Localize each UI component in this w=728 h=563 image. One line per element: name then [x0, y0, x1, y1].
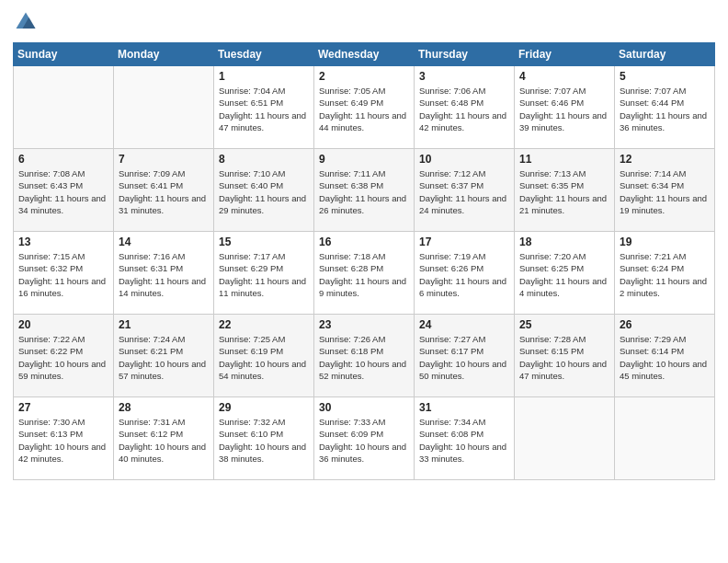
day-info: Sunrise: 7:22 AM Sunset: 6:22 PM Dayligh… [18, 333, 108, 382]
day-info: Sunrise: 7:33 AM Sunset: 6:09 PM Dayligh… [319, 416, 409, 465]
calendar-cell: 24Sunrise: 7:27 AM Sunset: 6:17 PM Dayli… [415, 315, 515, 397]
calendar-week-3: 13Sunrise: 7:15 AM Sunset: 6:32 PM Dayli… [14, 232, 715, 315]
day-info: Sunrise: 7:07 AM Sunset: 6:46 PM Dayligh… [519, 85, 609, 133]
day-info: Sunrise: 7:04 AM Sunset: 6:51 PM Dayligh… [219, 85, 309, 133]
day-info: Sunrise: 7:15 AM Sunset: 6:32 PM Dayligh… [18, 250, 108, 299]
day-info: Sunrise: 7:09 AM Sunset: 6:41 PM Dayligh… [119, 167, 209, 216]
day-number: 8 [219, 153, 309, 166]
calendar-cell: 17Sunrise: 7:19 AM Sunset: 6:26 PM Dayli… [415, 232, 515, 315]
day-info: Sunrise: 7:29 AM Sunset: 6:14 PM Dayligh… [620, 333, 710, 382]
calendar-cell [615, 397, 715, 480]
calendar-cell [114, 66, 214, 149]
page: SundayMondayTuesdayWednesdayThursdayFrid… [0, 0, 728, 563]
day-number: 9 [319, 153, 409, 166]
calendar-cell: 29Sunrise: 7:32 AM Sunset: 6:10 PM Dayli… [214, 397, 314, 480]
day-number: 1 [219, 70, 309, 83]
day-number: 14 [119, 236, 209, 248]
day-info: Sunrise: 7:05 AM Sunset: 6:49 PM Dayligh… [319, 85, 409, 133]
calendar-cell: 27Sunrise: 7:30 AM Sunset: 6:13 PM Dayli… [14, 397, 114, 480]
day-number: 24 [419, 318, 509, 331]
calendar-header-row: SundayMondayTuesdayWednesdayThursdayFrid… [14, 43, 715, 66]
calendar-cell: 12Sunrise: 7:14 AM Sunset: 6:34 PM Dayli… [615, 149, 715, 232]
day-info: Sunrise: 7:31 AM Sunset: 6:12 PM Dayligh… [119, 416, 209, 465]
day-info: Sunrise: 7:11 AM Sunset: 6:38 PM Dayligh… [319, 167, 409, 216]
logo [13, 9, 42, 35]
day-info: Sunrise: 7:08 AM Sunset: 6:43 PM Dayligh… [18, 167, 108, 216]
calendar-cell: 23Sunrise: 7:26 AM Sunset: 6:18 PM Dayli… [314, 315, 415, 397]
day-number: 18 [519, 236, 609, 248]
calendar-cell [14, 66, 114, 149]
calendar-cell: 10Sunrise: 7:12 AM Sunset: 6:37 PM Dayli… [415, 149, 515, 232]
calendar-cell: 31Sunrise: 7:34 AM Sunset: 6:08 PM Dayli… [415, 397, 515, 480]
day-number: 11 [519, 153, 609, 166]
calendar-cell: 21Sunrise: 7:24 AM Sunset: 6:21 PM Dayli… [114, 315, 214, 397]
day-number: 26 [620, 318, 710, 331]
calendar-cell: 20Sunrise: 7:22 AM Sunset: 6:22 PM Dayli… [14, 315, 114, 397]
day-number: 5 [620, 70, 710, 83]
day-number: 31 [419, 401, 509, 414]
day-info: Sunrise: 7:21 AM Sunset: 6:24 PM Dayligh… [620, 250, 710, 299]
calendar-cell: 15Sunrise: 7:17 AM Sunset: 6:29 PM Dayli… [214, 232, 314, 315]
calendar-cell: 18Sunrise: 7:20 AM Sunset: 6:25 PM Dayli… [515, 232, 615, 315]
day-number: 19 [620, 236, 710, 248]
calendar-week-2: 6Sunrise: 7:08 AM Sunset: 6:43 PM Daylig… [14, 149, 715, 232]
calendar-cell: 19Sunrise: 7:21 AM Sunset: 6:24 PM Dayli… [615, 232, 715, 315]
day-info: Sunrise: 7:16 AM Sunset: 6:31 PM Dayligh… [119, 250, 209, 299]
day-info: Sunrise: 7:25 AM Sunset: 6:19 PM Dayligh… [219, 333, 309, 382]
day-number: 3 [419, 70, 509, 83]
day-number: 16 [319, 236, 409, 248]
day-number: 30 [319, 401, 409, 414]
calendar-week-5: 27Sunrise: 7:30 AM Sunset: 6:13 PM Dayli… [14, 397, 715, 480]
day-info: Sunrise: 7:07 AM Sunset: 6:44 PM Dayligh… [620, 85, 710, 133]
day-info: Sunrise: 7:17 AM Sunset: 6:29 PM Dayligh… [219, 250, 309, 299]
calendar-cell [515, 397, 615, 480]
day-number: 28 [119, 401, 209, 414]
day-number: 2 [319, 70, 409, 83]
day-number: 13 [18, 236, 108, 248]
calendar-cell: 28Sunrise: 7:31 AM Sunset: 6:12 PM Dayli… [114, 397, 214, 480]
calendar-cell: 30Sunrise: 7:33 AM Sunset: 6:09 PM Dayli… [314, 397, 415, 480]
calendar-cell: 22Sunrise: 7:25 AM Sunset: 6:19 PM Dayli… [214, 315, 314, 397]
calendar-cell: 9Sunrise: 7:11 AM Sunset: 6:38 PM Daylig… [314, 149, 415, 232]
day-number: 4 [519, 70, 609, 83]
calendar-week-4: 20Sunrise: 7:22 AM Sunset: 6:22 PM Dayli… [14, 315, 715, 397]
col-header-monday: Monday [114, 43, 214, 66]
day-info: Sunrise: 7:19 AM Sunset: 6:26 PM Dayligh… [419, 250, 509, 299]
col-header-saturday: Saturday [615, 43, 715, 66]
day-info: Sunrise: 7:26 AM Sunset: 6:18 PM Dayligh… [319, 333, 409, 382]
day-number: 12 [620, 153, 710, 166]
day-number: 27 [18, 401, 108, 414]
calendar-cell: 7Sunrise: 7:09 AM Sunset: 6:41 PM Daylig… [114, 149, 214, 232]
col-header-wednesday: Wednesday [314, 43, 415, 66]
day-info: Sunrise: 7:34 AM Sunset: 6:08 PM Dayligh… [419, 416, 509, 465]
calendar-week-1: 1Sunrise: 7:04 AM Sunset: 6:51 PM Daylig… [14, 66, 715, 149]
day-info: Sunrise: 7:12 AM Sunset: 6:37 PM Dayligh… [419, 167, 509, 216]
calendar-cell: 3Sunrise: 7:06 AM Sunset: 6:48 PM Daylig… [415, 66, 515, 149]
col-header-friday: Friday [515, 43, 615, 66]
day-number: 10 [419, 153, 509, 166]
calendar-cell: 6Sunrise: 7:08 AM Sunset: 6:43 PM Daylig… [14, 149, 114, 232]
calendar-cell: 13Sunrise: 7:15 AM Sunset: 6:32 PM Dayli… [14, 232, 114, 315]
calendar-cell: 26Sunrise: 7:29 AM Sunset: 6:14 PM Dayli… [615, 315, 715, 397]
day-info: Sunrise: 7:14 AM Sunset: 6:34 PM Dayligh… [620, 167, 710, 216]
day-info: Sunrise: 7:18 AM Sunset: 6:28 PM Dayligh… [319, 250, 409, 299]
day-number: 25 [519, 318, 609, 331]
day-number: 22 [219, 318, 309, 331]
day-number: 17 [419, 236, 509, 248]
day-info: Sunrise: 7:13 AM Sunset: 6:35 PM Dayligh… [519, 167, 609, 216]
day-info: Sunrise: 7:20 AM Sunset: 6:25 PM Dayligh… [519, 250, 609, 299]
logo-icon [13, 9, 39, 35]
day-number: 20 [18, 318, 108, 331]
day-info: Sunrise: 7:06 AM Sunset: 6:48 PM Dayligh… [419, 85, 509, 133]
calendar-cell: 16Sunrise: 7:18 AM Sunset: 6:28 PM Dayli… [314, 232, 415, 315]
day-info: Sunrise: 7:10 AM Sunset: 6:40 PM Dayligh… [219, 167, 309, 216]
calendar-cell: 4Sunrise: 7:07 AM Sunset: 6:46 PM Daylig… [515, 66, 615, 149]
day-info: Sunrise: 7:30 AM Sunset: 6:13 PM Dayligh… [18, 416, 108, 465]
day-number: 7 [119, 153, 209, 166]
calendar-cell: 14Sunrise: 7:16 AM Sunset: 6:31 PM Dayli… [114, 232, 214, 315]
day-info: Sunrise: 7:32 AM Sunset: 6:10 PM Dayligh… [219, 416, 309, 465]
calendar-cell: 1Sunrise: 7:04 AM Sunset: 6:51 PM Daylig… [214, 66, 314, 149]
day-number: 23 [319, 318, 409, 331]
calendar-cell: 5Sunrise: 7:07 AM Sunset: 6:44 PM Daylig… [615, 66, 715, 149]
calendar-table: SundayMondayTuesdayWednesdayThursdayFrid… [13, 42, 715, 480]
